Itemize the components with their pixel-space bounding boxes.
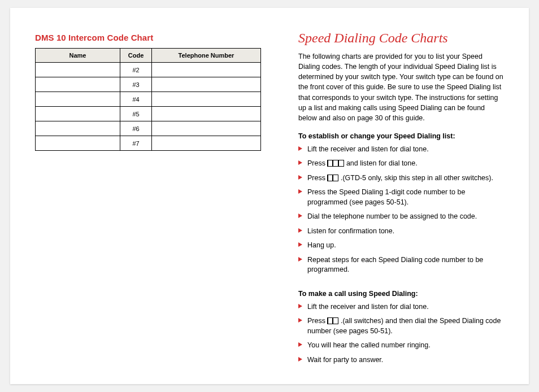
step-text: Dial the telephone number to be assigned… [307, 212, 477, 220]
table-row: #3 [36, 77, 261, 92]
keypad-box-icon [333, 175, 338, 181]
cell-code: #3 [120, 77, 152, 92]
step-text: Listen for confirmation tone. [307, 227, 394, 235]
cell-name [36, 107, 120, 121]
cell-code: #2 [120, 63, 152, 77]
table-row: #7 [36, 136, 261, 151]
step-text: and listen for dial tone. [346, 159, 418, 167]
triangle-bullet-icon [298, 257, 302, 262]
cell-code: #4 [120, 92, 152, 107]
list-item: Lift the receiver and listen for dial to… [298, 145, 504, 159]
establish-list-heading: To establish or change your Speed Dialin… [298, 132, 504, 140]
triangle-bullet-icon [298, 175, 302, 180]
col-header-name: Name [36, 49, 120, 63]
cell-tel [152, 136, 261, 151]
list-item: Press the Speed Dialing 1-digit code num… [298, 188, 504, 212]
table-row: #5 [36, 107, 261, 121]
step-text: Press [307, 317, 327, 325]
cell-tel [152, 77, 261, 92]
list-item: Press and listen for dial tone. [298, 159, 504, 173]
establish-list-steps: Lift the receiver and listen for dial to… [298, 145, 504, 280]
table-row: #4 [36, 92, 261, 107]
speed-dialing-title: Speed Dialing Code Charts [298, 31, 504, 46]
keypad-box-icon [333, 160, 338, 167]
cell-name [36, 136, 120, 151]
cell-tel [152, 107, 261, 121]
list-item: Wait for party to answer. [298, 355, 504, 370]
keypad-box-icon [327, 317, 333, 324]
list-item: Press .(GTD-5 only, skip this step in al… [298, 173, 504, 188]
cell-code: #7 [120, 136, 152, 151]
intro-paragraph: The following charts are provided for yo… [298, 51, 504, 123]
intercom-code-table: Name Code Telephone Number #2 #3 [35, 48, 261, 151]
cell-tel [152, 63, 261, 77]
list-item: Hang up. [298, 241, 504, 255]
cell-name [36, 77, 120, 92]
keypad-box-icon [327, 160, 333, 167]
list-item: Listen for confirmation tone. [298, 227, 504, 241]
triangle-bullet-icon [298, 160, 302, 165]
list-item: You will hear the called number ringing. [298, 341, 504, 355]
cell-name [36, 92, 120, 107]
list-item: Repeat steps for each Speed Dialing code… [298, 255, 504, 280]
make-call-heading: To make a call using Speed Dialing: [298, 290, 504, 298]
left-column: DMS 10 Intercom Code Chart Name Code Tel… [35, 33, 261, 384]
step-text: Repeat steps for each Speed Dialing code… [307, 256, 483, 274]
cell-code: #5 [120, 107, 152, 121]
cell-tel [152, 121, 261, 136]
list-item: Dial the telephone number to be assigned… [298, 212, 504, 227]
intercom-chart-heading: DMS 10 Intercom Code Chart [35, 33, 261, 42]
cell-tel [152, 92, 261, 107]
col-header-code: Code [120, 49, 152, 63]
keypad-box-icon [338, 160, 344, 167]
table-header-row: Name Code Telephone Number [36, 49, 261, 63]
triangle-bullet-icon [298, 342, 302, 347]
triangle-bullet-icon [298, 214, 302, 218]
triangle-bullet-icon [298, 318, 302, 323]
step-text: Lift the receiver and listen for dial to… [307, 145, 429, 153]
step-text: Wait for party to answer. [307, 356, 383, 364]
make-call-steps: Lift the receiver and listen for dial to… [298, 302, 504, 370]
keypad-box-icon [333, 317, 338, 324]
triangle-bullet-icon [298, 228, 302, 233]
right-column: Speed Dialing Code Charts The following … [261, 33, 504, 384]
triangle-bullet-icon [298, 357, 302, 361]
list-item: Press .(all switches) and then dial the … [298, 316, 504, 341]
cell-code: #6 [120, 121, 152, 136]
step-text: Press [307, 174, 327, 182]
step-text: You will hear the called number ringing. [307, 341, 431, 349]
cell-name [36, 121, 120, 136]
triangle-bullet-icon [298, 242, 302, 247]
step-text: .(GTD-5 only, skip this step in all othe… [341, 174, 493, 182]
document-page: DMS 10 Intercom Code Chart Name Code Tel… [10, 8, 529, 384]
step-text: Press the Speed Dialing 1-digit code num… [307, 188, 465, 206]
triangle-bullet-icon [298, 146, 302, 151]
table-row: #2 [36, 63, 261, 77]
triangle-bullet-icon [298, 189, 302, 194]
triangle-bullet-icon [298, 304, 302, 308]
cell-name [36, 63, 120, 77]
step-text: Hang up. [307, 241, 336, 249]
step-text: Press [307, 159, 327, 167]
list-item: Lift the receiver and listen for dial to… [298, 302, 504, 317]
step-text: Lift the receiver and listen for dial to… [307, 303, 429, 311]
table-row: #6 [36, 121, 261, 136]
col-header-tel: Telephone Number [152, 49, 261, 63]
keypad-box-icon [327, 175, 333, 181]
